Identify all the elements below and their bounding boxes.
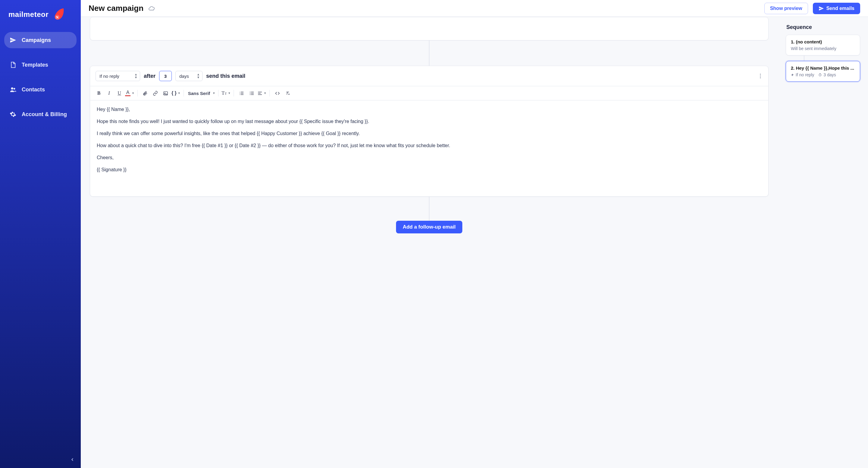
document-icon — [10, 61, 16, 68]
email-paragraph: Hey {{ Name }}, — [97, 106, 762, 113]
sidebar-item-campaigns[interactable]: Campaigns — [4, 32, 76, 48]
after-label: after — [144, 73, 156, 79]
brand-logo: mailmeteor — [0, 0, 81, 30]
people-icon — [10, 86, 16, 93]
content-area: If no reply ▲▼ after days ▲▼ send this e… — [81, 17, 778, 468]
chevron-down-icon: ▼ — [213, 92, 215, 95]
sidebar-item-label: Templates — [22, 62, 48, 68]
ordered-list-button[interactable]: 123 — [237, 89, 246, 98]
sidebar-item-account-billing[interactable]: Account & Billing — [4, 106, 76, 123]
select-value: days — [179, 74, 189, 79]
sidebar-item-label: Account & Billing — [22, 111, 67, 118]
cloud-saved-icon — [148, 5, 155, 12]
send-emails-button[interactable]: Send emails — [813, 3, 860, 14]
attachment-button[interactable] — [141, 89, 150, 98]
bold-button[interactable]: B — [94, 89, 103, 98]
sidebar: mailmeteor Campaigns Templates Contacts … — [0, 0, 81, 468]
email-body-editor[interactable]: Hey {{ Name }}, Hope this note finds you… — [90, 100, 768, 196]
link-button[interactable] — [151, 89, 160, 98]
email-paragraph: I really think we can offer some powerfu… — [97, 130, 762, 137]
svg-point-3 — [760, 74, 761, 75]
text-color-button[interactable]: A ▼ — [125, 90, 134, 96]
svg-point-4 — [760, 76, 761, 76]
chevron-down-icon: ▼ — [264, 92, 267, 95]
select-value: If no reply — [99, 74, 119, 79]
delay-unit-select[interactable]: days ▲▼ — [176, 71, 203, 81]
email-paragraph: {{ Signature }} — [97, 166, 762, 173]
brand-name: mailmeteor — [8, 10, 49, 19]
show-preview-button[interactable]: Show preview — [764, 3, 808, 14]
sequence-step-1[interactable]: 1. (no content) Will be sent immediately — [786, 35, 860, 56]
italic-button[interactable]: I — [104, 89, 114, 98]
sequence-connector — [429, 197, 430, 221]
sequence-title: Sequence — [786, 24, 860, 30]
gear-icon — [10, 111, 16, 118]
font-value: Sans Serif — [187, 91, 211, 96]
sequence-step-condition: If no reply — [791, 72, 814, 77]
send-icon — [818, 6, 824, 11]
sequence-step-meta: Will be sent immediately — [791, 46, 836, 51]
font-family-select[interactable]: Sans Serif ▼ — [187, 91, 215, 96]
main: New campaign Show preview Send emails If… — [81, 0, 868, 468]
sequence-step-delay: 3 days — [818, 72, 836, 77]
editor-toolbar: B I U A ▼ { }▼ Sans Serif ▼ — [90, 86, 768, 100]
button-label: Add a follow-up email — [403, 224, 456, 230]
chevron-updown-icon: ▲▼ — [197, 73, 200, 79]
align-button[interactable]: ▼ — [257, 91, 267, 96]
email-paragraph: Hope this note finds you well! I just wa… — [97, 118, 762, 125]
chevron-updown-icon: ▲▼ — [134, 73, 137, 79]
font-size-button[interactable]: TT ▼ — [221, 90, 230, 96]
sequence-step-title: 1. (no content) — [791, 39, 855, 44]
meteor-icon — [52, 8, 65, 21]
trigger-select[interactable]: If no reply ▲▼ — [96, 71, 140, 81]
chevron-down-icon: ▼ — [132, 92, 134, 95]
svg-point-7 — [164, 92, 165, 93]
clock-icon — [818, 73, 822, 77]
button-label: Show preview — [770, 6, 802, 11]
sequence-step-title: 2. Hey {{ Name }},Hope this ... — [791, 65, 855, 70]
sidebar-item-templates[interactable]: Templates — [4, 57, 76, 73]
svg-point-1 — [11, 87, 13, 90]
send-this-email-label: send this email — [206, 73, 245, 79]
step-more-menu-button[interactable] — [757, 72, 764, 80]
sequence-mini-connector — [804, 56, 804, 61]
sequence-connector — [429, 40, 430, 66]
svg-point-2 — [13, 88, 16, 90]
chevron-down-icon: ▼ — [178, 92, 181, 95]
svg-point-13 — [250, 94, 250, 95]
image-button[interactable] — [161, 89, 170, 98]
sequence-step-2[interactable]: 2. Hey {{ Name }},Hope this ... If no re… — [786, 61, 860, 82]
chevron-down-icon: ▼ — [228, 92, 230, 95]
delay-count-input[interactable] — [159, 71, 172, 81]
sidebar-nav: Campaigns Templates Contacts Account & B… — [0, 30, 81, 125]
sidebar-item-label: Contacts — [22, 87, 45, 93]
topbar: New campaign Show preview Send emails — [81, 0, 868, 17]
underline-button[interactable]: U — [115, 89, 124, 98]
svg-point-5 — [760, 77, 761, 78]
sidebar-item-label: Campaigns — [22, 37, 51, 43]
add-followup-button[interactable]: Add a follow-up email — [396, 221, 462, 233]
svg-text:3: 3 — [239, 94, 240, 95]
send-icon — [10, 37, 16, 43]
bolt-icon — [791, 73, 794, 77]
variables-button[interactable]: { }▼ — [172, 90, 181, 96]
condition-row: If no reply ▲▼ after days ▲▼ send this e… — [90, 66, 768, 86]
email-paragraph: How about a quick chat to dive into this… — [97, 142, 762, 149]
svg-point-11 — [250, 92, 250, 92]
unordered-list-button[interactable] — [247, 89, 256, 98]
collapse-sidebar-button[interactable] — [68, 455, 76, 464]
clear-formatting-button[interactable] — [283, 89, 292, 98]
email-paragraph: Cheers, — [97, 154, 762, 161]
sidebar-item-contacts[interactable]: Contacts — [4, 81, 76, 98]
page-title: New campaign — [89, 4, 144, 13]
code-view-button[interactable] — [273, 89, 282, 98]
button-label: Send emails — [827, 6, 855, 11]
svg-point-12 — [250, 93, 250, 93]
sequence-panel: Sequence 1. (no content) Will be sent im… — [778, 17, 868, 468]
email-step-card-1[interactable] — [90, 17, 769, 40]
email-step-card-2: If no reply ▲▼ after days ▲▼ send this e… — [90, 66, 769, 197]
